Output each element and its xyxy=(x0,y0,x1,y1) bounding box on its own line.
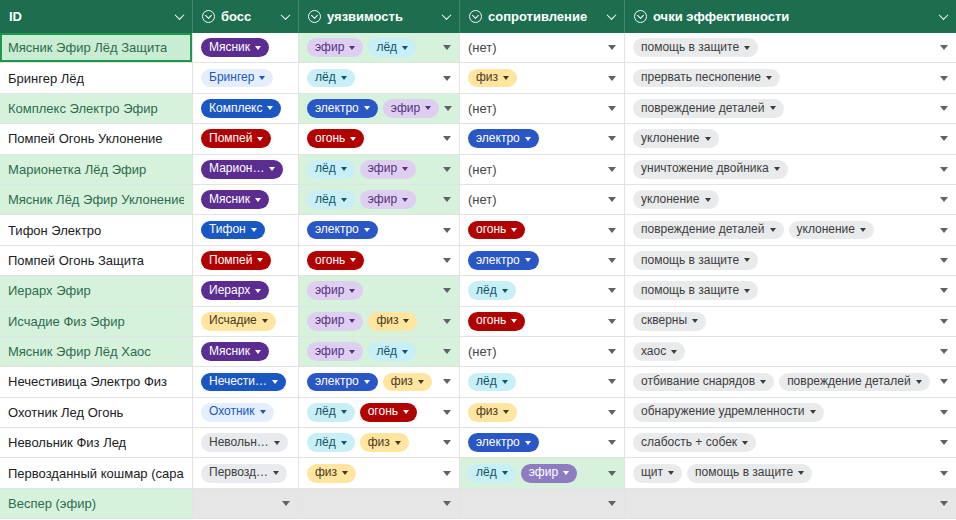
dropdown-arrow-icon[interactable] xyxy=(608,106,616,111)
id-cell[interactable]: Мясник Лёд Эфир Уклонение xyxy=(0,185,193,214)
effectiveness-cell[interactable]: отбивание снарядовповреждение деталей xyxy=(625,367,956,396)
dropdown-arrow-icon[interactable] xyxy=(940,288,948,293)
resist-chip[interactable]: физ xyxy=(468,403,517,422)
vulnerability-cell[interactable]: электрофиз xyxy=(299,367,460,396)
vuln-chip[interactable]: лёд xyxy=(368,342,416,361)
dropdown-arrow-icon[interactable] xyxy=(443,228,451,233)
dropdown-arrow-icon[interactable] xyxy=(608,288,616,293)
vulnerability-cell[interactable]: эфирфиз xyxy=(299,307,460,336)
column-header-resistance[interactable]: сопротивление xyxy=(460,0,625,33)
boss-cell[interactable]: Комплекс xyxy=(193,94,299,123)
effect-chip[interactable]: помощь в защите xyxy=(633,38,758,57)
dropdown-arrow-icon[interactable] xyxy=(608,410,616,415)
dropdown-arrow-icon[interactable] xyxy=(444,106,452,111)
dropdown-arrow-icon[interactable] xyxy=(443,440,451,445)
dropdown-arrow-icon[interactable] xyxy=(608,258,616,263)
vulnerability-cell[interactable]: эфирлёд xyxy=(299,33,460,62)
boss-cell[interactable]: Невольн… xyxy=(193,428,299,457)
id-cell[interactable]: Иерарх Эфир xyxy=(0,276,193,305)
effect-chip[interactable]: уклонение xyxy=(633,190,719,209)
effect-chip[interactable]: прервать песнопение xyxy=(633,69,780,88)
dropdown-arrow-icon[interactable] xyxy=(940,410,948,415)
resist-chip[interactable]: огонь xyxy=(468,221,525,240)
id-cell[interactable]: Марионетка Лёд Эфир xyxy=(0,155,193,184)
effectiveness-cell[interactable]: прервать песнопение xyxy=(625,63,956,92)
id-cell[interactable]: Исчадие Физ Эфир xyxy=(0,307,193,336)
resistance-cell[interactable]: (нет) xyxy=(460,33,625,62)
effectiveness-cell[interactable]: обнаружение удремленности xyxy=(625,398,956,427)
resistance-cell[interactable]: лёд xyxy=(460,367,625,396)
effect-chip[interactable]: повреждение деталей xyxy=(633,221,784,240)
boss-cell[interactable]: Нечести… xyxy=(193,367,299,396)
id-cell[interactable]: Тифон Электро xyxy=(0,215,193,244)
vuln-chip[interactable]: эфир xyxy=(307,342,363,361)
effectiveness-cell[interactable]: повреждение деталейуклонение xyxy=(625,215,956,244)
dropdown-arrow-icon[interactable] xyxy=(443,136,451,141)
dropdown-arrow-icon[interactable] xyxy=(940,45,948,50)
resist-chip[interactable]: электро xyxy=(468,129,539,148)
effect-chip[interactable]: отбивание снарядов xyxy=(633,373,774,392)
vulnerability-cell[interactable]: огонь xyxy=(299,124,460,153)
dropdown-arrow-icon[interactable] xyxy=(608,45,616,50)
boss-chip[interactable]: Помпей xyxy=(201,129,271,148)
dropdown-arrow-icon[interactable] xyxy=(443,410,451,415)
id-cell[interactable]: Первозданный кошмар (сара xyxy=(0,458,193,487)
dropdown-arrow-icon[interactable] xyxy=(608,440,616,445)
boss-chip[interactable]: Нечести… xyxy=(201,373,286,392)
vuln-chip[interactable]: физ xyxy=(360,433,409,452)
boss-cell[interactable]: Помпей xyxy=(193,124,299,153)
vulnerability-cell[interactable]: лёдэфир xyxy=(299,155,460,184)
effectiveness-cell[interactable]: хаос xyxy=(625,337,956,366)
resistance-cell[interactable]: электро xyxy=(460,428,625,457)
dropdown-arrow-icon[interactable] xyxy=(443,76,451,81)
boss-chip[interactable]: Комплекс xyxy=(201,99,281,118)
vulnerability-cell[interactable]: лёдфиз xyxy=(299,428,460,457)
vuln-chip[interactable]: эфир xyxy=(360,190,416,209)
boss-cell[interactable]: Первозд… xyxy=(193,458,299,487)
chevron-down-icon[interactable] xyxy=(939,10,949,20)
boss-chip[interactable]: Мясник xyxy=(201,342,269,361)
boss-chip[interactable]: Марион… xyxy=(201,160,283,179)
dropdown-arrow-icon[interactable] xyxy=(608,349,616,354)
dropdown-arrow-icon[interactable] xyxy=(940,228,948,233)
id-cell[interactable]: Нечестивица Электро Физ xyxy=(0,367,193,396)
vulnerability-cell[interactable]: огонь xyxy=(299,246,460,275)
vuln-chip[interactable]: эфир xyxy=(307,281,363,300)
effectiveness-cell[interactable]: помощь в защите xyxy=(625,276,956,305)
effectiveness-cell[interactable]: уклонение xyxy=(625,185,956,214)
vuln-chip[interactable]: эфир xyxy=(307,38,363,57)
dropdown-arrow-icon[interactable] xyxy=(608,471,616,476)
dropdown-arrow-icon[interactable] xyxy=(940,319,948,324)
effect-chip[interactable]: повреждение деталей xyxy=(779,373,930,392)
effectiveness-cell[interactable]: слабость + собек xyxy=(625,428,956,457)
dropdown-arrow-icon[interactable] xyxy=(282,501,290,506)
boss-cell[interactable] xyxy=(193,489,299,518)
dropdown-arrow-icon[interactable] xyxy=(940,197,948,202)
dropdown-arrow-icon[interactable] xyxy=(940,349,948,354)
id-cell[interactable]: Помпей Огонь Уклонение xyxy=(0,124,193,153)
resistance-cell[interactable]: огонь xyxy=(460,215,625,244)
dropdown-arrow-icon[interactable] xyxy=(608,379,616,384)
vulnerability-cell[interactable]: физ xyxy=(299,458,460,487)
effectiveness-cell[interactable]: помощь в защите xyxy=(625,246,956,275)
boss-chip[interactable]: Исчадие xyxy=(201,312,276,331)
vulnerability-cell[interactable]: эфирлёд xyxy=(299,337,460,366)
column-header-boss[interactable]: босс xyxy=(193,0,299,33)
boss-cell[interactable]: Иерарх xyxy=(193,276,299,305)
vuln-chip[interactable]: физ xyxy=(307,464,356,483)
dropdown-arrow-icon[interactable] xyxy=(443,501,451,506)
dropdown-arrow-icon[interactable] xyxy=(608,76,616,81)
effect-chip[interactable]: помощь в защите xyxy=(633,281,758,300)
dropdown-arrow-icon[interactable] xyxy=(608,319,616,324)
dropdown-arrow-icon[interactable] xyxy=(443,258,451,263)
boss-chip[interactable]: Мясник xyxy=(201,190,269,209)
resist-chip[interactable]: электро xyxy=(468,251,539,270)
dropdown-arrow-icon[interactable] xyxy=(940,379,948,384)
id-cell[interactable]: Веспер (эфир) xyxy=(0,489,193,518)
id-cell[interactable]: Комплекс Электро Эфир xyxy=(0,94,193,123)
vuln-chip[interactable]: эфир xyxy=(360,160,416,179)
effect-chip[interactable]: помощь в защите xyxy=(687,464,812,483)
resistance-cell[interactable] xyxy=(460,489,625,518)
resist-chip[interactable]: эфир xyxy=(521,464,577,483)
vulnerability-cell[interactable]: эфир xyxy=(299,276,460,305)
